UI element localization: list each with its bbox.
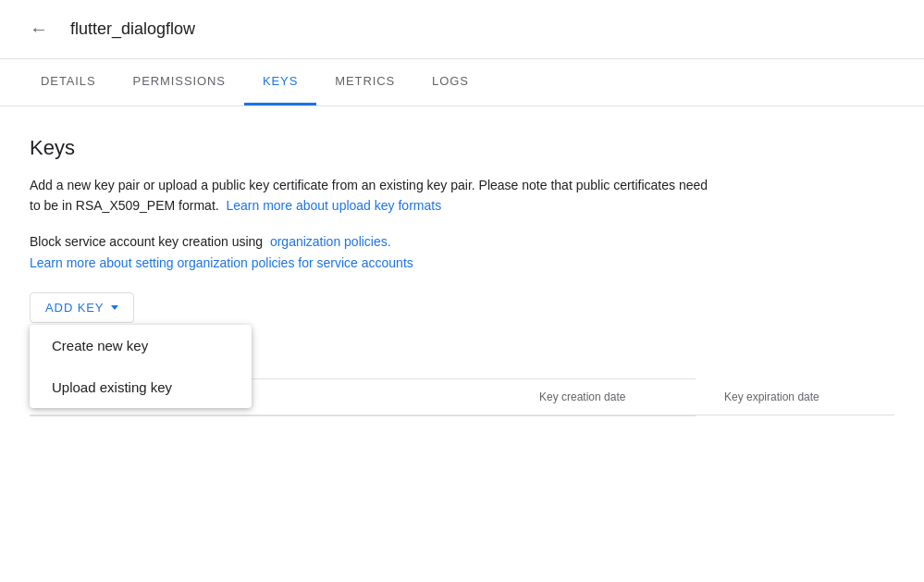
tab-keys[interactable]: KEYS	[244, 59, 316, 105]
description: Add a new key pair or upload a public ke…	[30, 175, 714, 217]
page-title: Keys	[30, 136, 894, 160]
learn-more-link[interactable]: Learn more about upload key formats	[226, 198, 441, 213]
org-policy-text: Block service account key creation using…	[30, 231, 894, 252]
nav-tabs: DETAILS PERMISSIONS KEYS METRICS LOGS	[0, 59, 924, 106]
dropdown-item-upload-existing-key[interactable]: Upload existing key	[30, 366, 252, 408]
tab-logs[interactable]: LOGS	[413, 59, 487, 105]
tab-permissions[interactable]: PERMISSIONS	[115, 59, 244, 105]
org-policy-settings-link[interactable]: Learn more about setting organization po…	[30, 255, 894, 270]
back-icon: ←	[30, 19, 48, 40]
org-policy-prefix: Block service account key creation using	[30, 234, 263, 249]
header-title: flutter_dialogflow	[70, 19, 195, 39]
dropdown-menu: Create new key Upload existing key	[30, 325, 252, 408]
tab-metrics[interactable]: METRICS	[316, 59, 413, 105]
org-policy-link[interactable]: organization policies.	[270, 234, 391, 249]
table-col-creation-date: Key creation date	[524, 390, 709, 403]
add-key-button[interactable]: ADD KEY	[30, 292, 134, 323]
chevron-down-icon	[111, 305, 118, 310]
header: ← flutter_dialogflow	[0, 0, 924, 59]
add-key-label: ADD KEY	[45, 301, 104, 315]
dropdown-item-create-new-key[interactable]: Create new key	[30, 325, 252, 366]
back-button[interactable]: ←	[22, 11, 55, 47]
main-content: Keys Add a new key pair or upload a publ…	[0, 106, 924, 446]
tab-details[interactable]: DETAILS	[22, 59, 115, 105]
add-key-dropdown-container: ADD KEY Create new key Upload existing k…	[30, 292, 134, 323]
table-divider-bottom	[30, 415, 696, 416]
table-col-expiration-date: Key expiration date	[709, 390, 894, 403]
